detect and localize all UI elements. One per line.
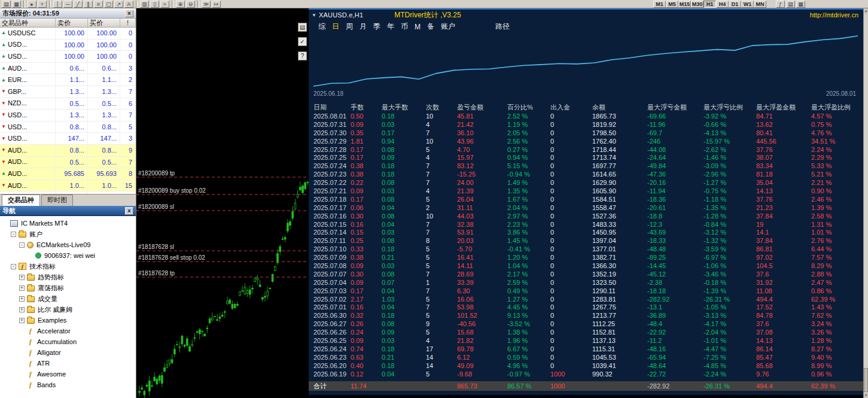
help-button[interactable]: ?	[298, 51, 307, 60]
arrange-windows-icon[interactable]: ▦	[796, 1, 805, 8]
trendline-icon[interactable]: ╱	[74, 1, 83, 8]
market-watch-row[interactable]: ▲USD...100.00100.000	[0, 51, 136, 63]
market-watch-column-header[interactable]: 交易品种	[0, 19, 56, 27]
close-icon[interactable]: ×	[125, 207, 133, 215]
close-icon[interactable]: ×	[125, 10, 133, 17]
nav-item[interactable]: 9006937: wei wei	[0, 250, 136, 261]
market-watch-row[interactable]: ▼USD...147...147...3	[0, 133, 136, 145]
timeframe-h1-button[interactable]: H1	[703, 1, 716, 8]
nav-item[interactable]: +比尔 威廉姆	[0, 304, 136, 315]
timeframe-m5-button[interactable]: M5	[666, 1, 678, 8]
list-button[interactable]: ▤	[298, 23, 307, 32]
tree-expander[interactable]: -	[11, 264, 16, 269]
nav-item[interactable]: -ECMarkets-Live09	[0, 239, 136, 250]
market-watch-row[interactable]: ▲EUR...1.1...1.1...2	[0, 74, 136, 86]
market-watch-row[interactable]: ▲AUD...0.6...0.6...3	[0, 63, 136, 75]
timeframe-h4-button[interactable]: H4	[716, 1, 729, 8]
chart-shift-icon[interactable]: ↦	[212, 1, 221, 8]
nav-item[interactable]: +趋势指标	[0, 272, 136, 282]
timeframe-m15-button[interactable]: M15	[678, 1, 691, 8]
tree-expander[interactable]: +	[19, 285, 25, 291]
nav-item[interactable]: ƒATR	[0, 358, 136, 369]
nav-item[interactable]: ƒAwesome	[0, 369, 136, 379]
stats-tab-周[interactable]: 周	[346, 22, 353, 32]
timeframe-d1-button[interactable]: D1	[729, 1, 741, 8]
stats-tab-综[interactable]: 综	[318, 22, 325, 32]
tree-expander[interactable]: +	[19, 275, 25, 280]
market-watch-column-header[interactable]: 卖价	[56, 19, 88, 27]
stats-tab-月[interactable]: 月	[360, 22, 367, 32]
stats-path-label[interactable]: 路径	[495, 22, 510, 32]
market-watch-row[interactable]: ▼AUD...1.0...1.0...15	[0, 180, 136, 192]
order-line-label[interactable]: #18200089 tp	[138, 170, 175, 177]
stats-tab-季[interactable]: 季	[373, 22, 380, 32]
line-chart-icon[interactable]: ≈	[160, 1, 169, 8]
market-watch-row[interactable]: ▼NZD...0.5...0.5...6	[0, 98, 136, 110]
nav-item[interactable]: -账户	[0, 229, 136, 239]
text-icon[interactable]: A	[124, 1, 133, 8]
crosshair-icon[interactable]: +	[38, 1, 47, 8]
order-line-label[interactable]: #18200089 sl	[138, 203, 174, 210]
scroll-down-icon[interactable]: ▼	[864, 393, 868, 398]
market-watch-row[interactable]: ▲USDUSC100.00100.000	[0, 28, 136, 40]
stats-tab-账户[interactable]: 账户	[441, 22, 455, 32]
profiles-icon[interactable]: ▦	[12, 1, 21, 8]
shapes-icon[interactable]: ▢	[104, 1, 113, 8]
timeframe-m1-button[interactable]: M1	[653, 1, 666, 8]
order-line-label[interactable]: #18187628 sell stop 0.02	[138, 254, 205, 261]
market-watch-row[interactable]: ▼AUD...0.8...0.8...9	[0, 145, 136, 157]
tree-expander[interactable]: +	[19, 307, 25, 312]
market-watch-row[interactable]: ▲AUD...95.68595.6938	[0, 168, 136, 180]
candlestick-chart-icon[interactable]: ▯	[150, 1, 159, 8]
cursor-icon[interactable]: ▸	[28, 1, 36, 8]
nav-item[interactable]: +Examples	[0, 315, 136, 326]
nav-item[interactable]: ƒAlligator	[0, 347, 136, 358]
market-watch-tab[interactable]: 交易品种	[2, 195, 40, 206]
stats-tab-年[interactable]: 年	[387, 22, 394, 32]
market-watch-row[interactable]: ▲USD...100.00100.000	[0, 40, 136, 51]
nav-item[interactable]: -ƒ技术指标	[0, 261, 136, 272]
nav-item[interactable]: ƒAccelerator	[0, 326, 136, 336]
vertical-scrollbar[interactable]: ▲ ▼	[863, 8, 868, 398]
tree-expander[interactable]: -	[11, 232, 16, 237]
stats-tab-M[interactable]: M	[415, 23, 421, 31]
zoom-out-icon[interactable]: ⊖	[186, 1, 195, 8]
nav-item[interactable]: ƒAccumulation	[0, 336, 136, 347]
tree-expander[interactable]: +	[19, 296, 25, 302]
nav-item[interactable]: +成交量	[0, 293, 136, 304]
vertical-line-icon[interactable]: │	[53, 1, 62, 8]
market-watch-row[interactable]: ▼GBP...1.3...1.3...7	[0, 86, 136, 98]
tree-expander[interactable]: -	[19, 242, 25, 248]
arrow-icon[interactable]: ↗	[114, 1, 123, 8]
stats-tab-币[interactable]: 币	[401, 22, 408, 32]
scroll-up-icon[interactable]: ▲	[864, 8, 868, 14]
timeframe-m30-button[interactable]: M30	[691, 1, 703, 8]
order-line-label[interactable]: #18187628 sl	[138, 244, 174, 250]
check-button[interactable]: ✓	[298, 37, 307, 46]
stats-url-link[interactable]: http://mtdriver.cn	[810, 11, 858, 19]
market-watch-row[interactable]: ▼USD...1.3...1.3...7	[0, 110, 136, 121]
nav-item[interactable]: IC Markets MT4	[0, 218, 136, 229]
market-watch-column-header[interactable]: !	[120, 19, 136, 27]
timeframe-mn-button[interactable]: MN	[754, 1, 766, 8]
market-watch-row[interactable]: ▼AUD...0.5...0.5...7	[0, 157, 136, 169]
nav-item[interactable]: +震荡指标	[0, 282, 136, 293]
tree-expander[interactable]: +	[19, 318, 25, 323]
stats-tab-备[interactable]: 备	[427, 22, 434, 32]
timeframe-w1-button[interactable]: W1	[741, 1, 754, 8]
order-line-label[interactable]: #18187628 tp	[138, 270, 175, 277]
bar-chart-icon[interactable]: ▥	[140, 1, 149, 8]
order-line-label[interactable]: #18200089 buy stop 0.02	[138, 187, 206, 194]
stats-tab-日[interactable]: 日	[332, 22, 339, 32]
equidistant-channel-icon[interactable]: ∥	[84, 1, 93, 8]
nav-item[interactable]: ƒBands	[0, 379, 136, 390]
horizontal-line-icon[interactable]: ─	[63, 1, 72, 8]
scrollbar-thumb[interactable]	[864, 368, 868, 392]
new-chart-icon[interactable]: ▤	[2, 1, 11, 8]
indicators-list-icon[interactable]: ƒ	[776, 1, 785, 8]
fibonacci-icon[interactable]: ≡	[94, 1, 103, 8]
auto-scroll-icon[interactable]: ≫	[202, 1, 211, 8]
zoom-in-icon[interactable]: ⊕	[176, 1, 185, 8]
market-watch-column-header[interactable]: 买价	[88, 19, 120, 27]
templates-icon[interactable]: ▤	[786, 1, 795, 8]
